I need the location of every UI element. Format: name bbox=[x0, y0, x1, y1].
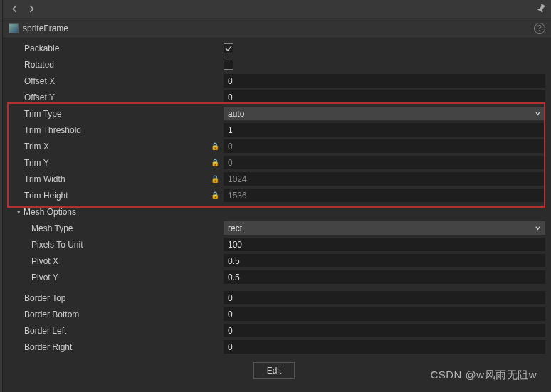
inspector-title: spriteFrame bbox=[23, 23, 68, 33]
mesh-options-section[interactable]: ▾ Mesh Options bbox=[3, 203, 551, 220]
trimy-input bbox=[224, 156, 545, 169]
trimtype-label: Trim Type bbox=[24, 109, 209, 119]
mesh-options-label: Mesh Options bbox=[23, 207, 76, 217]
top-toolbar bbox=[3, 0, 551, 18]
pixelstounit-label: Pixels To Unit bbox=[31, 240, 209, 250]
pivotx-label: Pivot X bbox=[31, 256, 209, 266]
borderright-label: Border Right bbox=[24, 342, 209, 352]
nav-forward-button[interactable] bbox=[24, 2, 38, 16]
pivoty-input[interactable] bbox=[224, 270, 545, 284]
chevron-down-icon bbox=[535, 223, 541, 233]
trimheight-input bbox=[224, 189, 545, 202]
trimthreshold-label: Trim Threshold bbox=[24, 125, 209, 135]
meshtype-label: Mesh Type bbox=[31, 223, 209, 233]
nav-back-button[interactable] bbox=[7, 2, 21, 16]
left-divider[interactable] bbox=[0, 0, 3, 392]
borderleft-input[interactable] bbox=[224, 324, 545, 337]
trimx-label: Trim X bbox=[24, 142, 209, 152]
trimy-label: Trim Y bbox=[24, 158, 209, 168]
meshtype-select[interactable]: rect bbox=[224, 221, 545, 235]
bordertop-input[interactable] bbox=[224, 291, 545, 304]
packable-label: Packable bbox=[24, 43, 209, 53]
rotated-checkbox[interactable] bbox=[224, 60, 233, 70]
trimwidth-label: Trim Width bbox=[24, 174, 209, 184]
lock-icon: 🔒 bbox=[209, 191, 224, 199]
offsety-label: Offset Y bbox=[24, 92, 209, 102]
bordertop-label: Border Top bbox=[24, 293, 209, 303]
offsety-input[interactable] bbox=[224, 90, 545, 104]
pivotx-input[interactable] bbox=[224, 254, 545, 267]
borderleft-label: Border Left bbox=[24, 326, 209, 336]
pixelstounit-input[interactable] bbox=[224, 238, 545, 251]
borderbottom-input[interactable] bbox=[224, 307, 545, 321]
trimtype-select[interactable]: auto bbox=[224, 107, 545, 120]
trimheight-label: Trim Height bbox=[24, 191, 209, 201]
borderright-input[interactable] bbox=[224, 340, 545, 354]
help-icon[interactable]: ? bbox=[534, 23, 545, 34]
trimx-input bbox=[224, 139, 545, 153]
rotated-label: Rotated bbox=[24, 60, 209, 70]
pin-icon[interactable] bbox=[535, 4, 547, 15]
chevron-down-icon bbox=[535, 109, 541, 119]
packable-checkbox[interactable] bbox=[224, 43, 233, 53]
lock-icon: 🔒 bbox=[209, 159, 224, 166]
trimwidth-input bbox=[224, 172, 545, 186]
offsetx-input[interactable] bbox=[224, 74, 545, 88]
borderbottom-label: Border Bottom bbox=[24, 309, 209, 319]
offsetx-label: Offset X bbox=[24, 76, 209, 86]
chevron-down-icon: ▾ bbox=[17, 208, 21, 216]
inspector-header: spriteFrame ? bbox=[3, 18, 551, 38]
spriteframe-icon bbox=[9, 23, 19, 33]
edit-button[interactable]: Edit bbox=[253, 362, 295, 379]
trimtype-value: auto bbox=[228, 109, 244, 119]
pivoty-label: Pivot Y bbox=[31, 272, 209, 282]
lock-icon: 🔒 bbox=[209, 142, 224, 150]
meshtype-value: rect bbox=[228, 223, 242, 233]
trimthreshold-input[interactable] bbox=[224, 123, 545, 137]
lock-icon: 🔒 bbox=[209, 175, 224, 183]
